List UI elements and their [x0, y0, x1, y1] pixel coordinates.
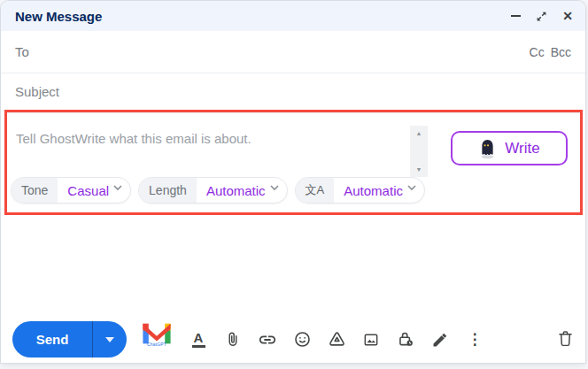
expand-button[interactable] — [536, 11, 547, 22]
recipients-row: To Cc Bcc — [1, 31, 585, 73]
insert-signature-button[interactable] — [430, 330, 450, 350]
ghostwrite-options: Tone Casual Length Automatic 文A Automati… — [11, 177, 425, 204]
chatgpt-gmail-extension-button[interactable]: ChatGPT — [140, 322, 174, 352]
more-options-icon: ⋮ — [468, 332, 483, 347]
ghostwrite-panel: ▲ ▼ Write Tone Casual — [7, 112, 580, 212]
close-button[interactable]: ✕ — [562, 9, 573, 23]
ghost-icon — [478, 138, 497, 159]
insert-link-button[interactable] — [258, 330, 277, 350]
scroll-down-icon[interactable]: ▼ — [416, 166, 422, 173]
dropdown-arrow-icon — [105, 337, 114, 342]
emoji-icon — [293, 330, 312, 349]
send-split-button: Send — [12, 321, 127, 357]
write-button[interactable]: Write — [451, 131, 568, 165]
tone-label: Tone — [12, 178, 58, 203]
subject-row — [1, 73, 585, 110]
compose-window: New Message ✕ To Cc Bcc ▲ ▼ — [0, 0, 586, 364]
insert-emoji-button[interactable] — [292, 330, 312, 350]
ghostwrite-highlight-box: ▲ ▼ Write Tone Casual — [4, 110, 583, 215]
minimize-icon — [511, 15, 521, 17]
compose-header: New Message ✕ — [1, 1, 585, 31]
subject-input[interactable] — [15, 84, 571, 99]
prompt-scrollbar[interactable]: ▲ ▼ — [410, 126, 428, 177]
length-dropdown[interactable]: Length Automatic — [138, 177, 288, 204]
window-controls: ✕ — [511, 9, 573, 23]
length-label: Length — [139, 178, 197, 203]
bcc-toggle[interactable]: Bcc — [551, 45, 571, 59]
more-options-button[interactable]: ⋮ — [465, 330, 484, 350]
send-options-button[interactable] — [93, 321, 127, 357]
compose-toolbar: A — [189, 321, 484, 357]
cc-bcc-toggles: Cc Bcc — [530, 45, 571, 59]
message-body[interactable] — [1, 219, 586, 318]
translate-icon: 文A — [296, 178, 335, 203]
formatting-a-icon: A — [192, 331, 205, 348]
discard-draft-button[interactable] — [556, 329, 576, 349]
paperclip-icon — [224, 331, 242, 349]
attach-files-button[interactable] — [223, 330, 243, 350]
link-icon — [258, 330, 277, 350]
write-button-label: Write — [505, 140, 539, 158]
chevron-down-icon — [407, 185, 424, 196]
pen-icon — [431, 331, 449, 349]
language-value: Automatic — [334, 183, 407, 198]
scroll-up-icon[interactable]: ▲ — [416, 130, 422, 136]
open-in-full-icon — [536, 11, 547, 22]
lock-clock-icon — [397, 330, 415, 349]
to-input[interactable] — [36, 44, 522, 59]
to-label: To — [15, 44, 29, 59]
window-title: New Message — [15, 9, 102, 24]
length-value: Automatic — [197, 183, 270, 198]
tone-dropdown[interactable]: Tone Casual — [11, 177, 131, 204]
insert-from-drive-button[interactable] — [327, 330, 346, 350]
language-dropdown[interactable]: 文A Automatic — [295, 177, 425, 204]
chevron-down-icon — [270, 185, 287, 196]
chevron-down-icon — [113, 185, 130, 196]
ghostwrite-prompt-input[interactable] — [16, 122, 395, 154]
formatting-options-button[interactable]: A — [189, 330, 208, 350]
send-button[interactable]: Send — [12, 321, 92, 357]
trash-icon — [556, 329, 575, 348]
drive-icon — [328, 330, 346, 349]
tone-value: Casual — [58, 183, 113, 198]
extension-label: ChatGPT — [147, 342, 166, 347]
minimize-button[interactable] — [511, 15, 521, 17]
confidential-mode-button[interactable] — [396, 330, 415, 350]
insert-photo-button[interactable] — [361, 330, 381, 350]
cc-toggle[interactable]: Cc — [530, 45, 545, 59]
image-icon — [362, 331, 380, 349]
